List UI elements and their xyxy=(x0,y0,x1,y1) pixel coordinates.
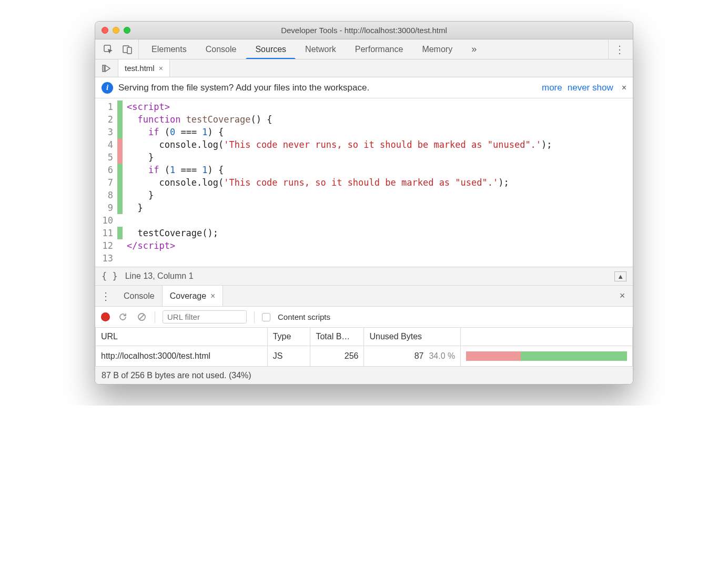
coverage-table: URL Type Total B… Unused Bytes http://lo… xyxy=(95,328,633,366)
coverage-marker xyxy=(117,201,123,214)
url-filter-input[interactable] xyxy=(163,310,247,324)
workspace-infobar: i Serving from the file system? Add your… xyxy=(95,77,633,98)
infobar-never-show-link[interactable]: never show xyxy=(568,83,613,93)
line-number: 13 xyxy=(100,252,113,265)
drawer-tab-close-icon[interactable]: × xyxy=(210,291,215,301)
line-number: 1 xyxy=(100,100,113,113)
col-total[interactable]: Total B… xyxy=(310,328,364,346)
editor-statusbar: { } Line 13, Column 1 ▲ xyxy=(95,267,633,286)
infobar-more-link[interactable]: more xyxy=(542,83,562,93)
line-number: 4 xyxy=(100,138,113,151)
resume-debugger-icon[interactable] xyxy=(95,59,118,77)
coverage-gutter xyxy=(117,98,123,267)
tab-overflow-button[interactable]: » xyxy=(462,39,486,59)
infobar-close-icon[interactable]: × xyxy=(622,83,626,93)
file-tabbar: test.html × xyxy=(95,59,633,77)
coverage-summary: 87 B of 256 B bytes are not used. (34%) xyxy=(102,371,251,380)
infobar-message: Serving from the file system? Add your f… xyxy=(118,83,369,93)
coverage-marker xyxy=(117,189,123,201)
device-toolbar-icon[interactable] xyxy=(122,44,133,55)
coverage-toolbar: Content scripts xyxy=(95,307,633,328)
coverage-marker xyxy=(117,227,123,239)
svg-rect-3 xyxy=(103,65,104,72)
clear-icon[interactable] xyxy=(136,311,147,323)
cell-unused: 8734.0 % xyxy=(364,346,461,367)
coverage-marker xyxy=(117,113,123,126)
line-number: 6 xyxy=(100,164,113,176)
tab-network[interactable]: Network xyxy=(296,39,346,59)
cell-total: 256 xyxy=(310,346,364,367)
tab-console[interactable]: Console xyxy=(196,39,246,59)
col-type[interactable]: Type xyxy=(267,328,310,346)
content-scripts-checkbox[interactable] xyxy=(262,313,270,321)
drawer-tab-console[interactable]: Console xyxy=(116,286,162,306)
cell-type: JS xyxy=(267,346,310,367)
minimize-window-button[interactable] xyxy=(113,27,119,34)
cursor-position: Line 13, Column 1 xyxy=(125,271,194,281)
cell-usage-bar xyxy=(461,346,633,367)
close-window-button[interactable] xyxy=(102,27,108,34)
coverage-footer: 87 B of 256 B bytes are not used. (34%) xyxy=(95,366,633,384)
code-body[interactable]: <script> function testCoverage() { if (0… xyxy=(123,98,633,267)
source-editor[interactable]: 12345678910111213 <script> function test… xyxy=(95,98,633,267)
content-scripts-label: Content scripts xyxy=(278,312,330,321)
svg-line-5 xyxy=(139,315,144,319)
drawer-tabbar: ⋮ Console Coverage × × xyxy=(95,286,633,307)
coverage-marker xyxy=(117,151,123,164)
coverage-marker xyxy=(117,100,123,113)
tab-elements[interactable]: Elements xyxy=(142,39,196,59)
drawer-menu-icon[interactable]: ⋮ xyxy=(95,286,116,306)
line-number: 3 xyxy=(100,126,113,138)
col-unused[interactable]: Unused Bytes xyxy=(364,328,461,346)
col-url[interactable]: URL xyxy=(96,328,268,346)
line-number-gutter: 12345678910111213 xyxy=(95,98,117,267)
line-number: 5 xyxy=(100,151,113,164)
titlebar: Developer Tools - http://localhost:3000/… xyxy=(95,22,633,39)
panel-tabbar: ElementsConsoleSourcesNetworkPerformance… xyxy=(95,39,633,59)
inspect-element-icon[interactable] xyxy=(103,44,114,55)
traffic-lights xyxy=(102,27,130,34)
drawer-close-icon[interactable]: × xyxy=(612,286,633,306)
pretty-print-icon[interactable]: { } xyxy=(102,271,118,281)
coverage-marker xyxy=(117,126,123,138)
info-icon: i xyxy=(102,82,113,94)
coverage-marker xyxy=(117,164,123,176)
tab-memory[interactable]: Memory xyxy=(412,39,462,59)
line-number: 12 xyxy=(100,239,113,252)
coverage-marker xyxy=(117,176,123,189)
coverage-row[interactable]: http://localhost:3000/test.htmlJS2568734… xyxy=(96,346,633,367)
line-number: 8 xyxy=(100,189,113,201)
drawer-tab-label: Coverage xyxy=(170,291,206,301)
drawer-tab-coverage[interactable]: Coverage × xyxy=(162,286,224,306)
tab-performance[interactable]: Performance xyxy=(346,39,413,59)
coverage-marker xyxy=(117,214,123,227)
file-tab-test-html[interactable]: test.html × xyxy=(118,59,170,77)
cell-url: http://localhost:3000/test.html xyxy=(96,346,268,367)
coverage-header-row: URL Type Total B… Unused Bytes xyxy=(96,328,633,346)
settings-menu-icon[interactable]: ⋮ xyxy=(614,44,625,55)
line-number: 10 xyxy=(100,214,113,227)
tab-sources[interactable]: Sources xyxy=(246,39,296,59)
line-number: 2 xyxy=(100,113,113,126)
coverage-marker xyxy=(117,239,123,252)
coverage-marker xyxy=(117,138,123,151)
record-button[interactable] xyxy=(102,313,109,321)
close-file-tab-icon[interactable]: × xyxy=(159,64,163,73)
reload-icon[interactable] xyxy=(117,311,128,323)
file-tab-label: test.html xyxy=(125,64,155,73)
svg-rect-2 xyxy=(127,47,132,54)
line-number: 11 xyxy=(100,227,113,239)
col-usage-bar[interactable] xyxy=(461,328,633,346)
toggle-panel-icon[interactable]: ▲ xyxy=(614,271,626,281)
devtools-window: Developer Tools - http://localhost:3000/… xyxy=(95,21,633,385)
line-number: 9 xyxy=(100,201,113,214)
zoom-window-button[interactable] xyxy=(124,27,130,34)
window-title: Developer Tools - http://localhost:3000/… xyxy=(102,26,626,35)
line-number: 7 xyxy=(100,176,113,189)
coverage-marker xyxy=(117,252,123,265)
